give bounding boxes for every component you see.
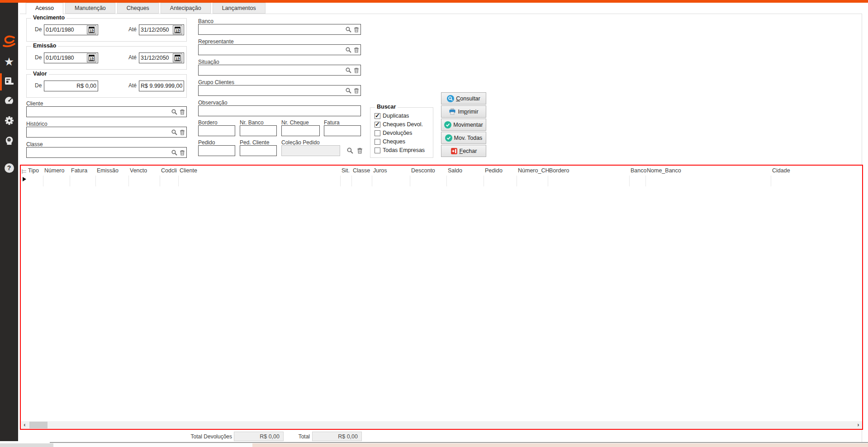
trash-icon[interactable] bbox=[180, 129, 185, 135]
imprimir-button[interactable]: Imprimir bbox=[441, 105, 486, 118]
search-icon[interactable] bbox=[171, 109, 177, 115]
emissao-de-input[interactable] bbox=[46, 53, 87, 63]
search-icon[interactable] bbox=[347, 147, 353, 154]
situacao-input[interactable] bbox=[200, 65, 343, 75]
search-icon[interactable] bbox=[346, 27, 351, 33]
checkbox-cheques-devol[interactable]: Cheques Devol. bbox=[375, 121, 423, 128]
horizontal-scrollbar[interactable]: ‹ › bbox=[21, 421, 862, 429]
checkbox-icon[interactable] bbox=[375, 113, 380, 119]
fechar-button[interactable]: Fechar bbox=[441, 145, 486, 157]
ped-cliente-label: Ped. Cliente bbox=[240, 139, 269, 146]
grupo-clientes-input-box bbox=[198, 85, 361, 96]
calendar-button[interactable]: 15 bbox=[173, 53, 182, 62]
consultar-button[interactable]: Consultar bbox=[441, 92, 486, 105]
scrollbar-thumb[interactable] bbox=[29, 422, 47, 428]
col-header[interactable]: Número_CH bbox=[518, 167, 549, 174]
col-header[interactable]: Banco bbox=[631, 167, 646, 174]
sidebar-item-dashboard[interactable] bbox=[0, 93, 18, 109]
trash-icon[interactable] bbox=[357, 147, 363, 154]
grupo-clientes-input[interactable] bbox=[200, 86, 343, 95]
sidebar-item-help[interactable]: ? bbox=[0, 160, 18, 176]
historico-input[interactable] bbox=[28, 127, 169, 137]
trash-icon[interactable] bbox=[354, 88, 359, 94]
tab-cheques[interactable]: Cheques bbox=[117, 3, 159, 14]
trash-icon[interactable] bbox=[354, 67, 359, 73]
checkbox-todas-empresas[interactable]: Todas Empresas bbox=[375, 147, 425, 154]
checkbox-icon[interactable] bbox=[375, 130, 380, 136]
tab-antecipacao[interactable]: Antecipação bbox=[161, 3, 211, 14]
col-header[interactable]: Cidade bbox=[772, 167, 790, 174]
ped-cliente-input[interactable] bbox=[242, 146, 275, 156]
observacao-input[interactable] bbox=[200, 106, 359, 116]
results-grid[interactable]: Tipo Número Fatura Emissão Vencto Codcli… bbox=[20, 165, 863, 430]
buscar-groupbox: Buscar Duplicatas Cheques Devol. Devoluç… bbox=[370, 107, 433, 158]
fatura-input[interactable] bbox=[326, 126, 359, 136]
col-header[interactable]: Tipo bbox=[28, 167, 39, 174]
valor-ate-input[interactable] bbox=[141, 81, 182, 91]
col-header[interactable]: Número bbox=[44, 167, 64, 174]
search-icon[interactable] bbox=[171, 129, 177, 135]
trash-icon[interactable] bbox=[180, 150, 185, 156]
tab-acesso[interactable]: Acesso bbox=[26, 3, 63, 14]
nr-cheque-label: Nr. Cheque bbox=[281, 119, 309, 126]
trash-icon[interactable] bbox=[354, 27, 359, 33]
search-icon[interactable] bbox=[346, 67, 351, 73]
col-header[interactable]: Codcli bbox=[161, 167, 177, 174]
situacao-input-box bbox=[198, 65, 361, 76]
column-separator bbox=[548, 176, 548, 186]
movimentar-button[interactable]: Movimentar bbox=[441, 119, 486, 131]
representante-label: Representante bbox=[198, 38, 234, 45]
checkbox-cheques[interactable]: Cheques bbox=[375, 138, 405, 145]
emissao-ate-input[interactable] bbox=[141, 53, 173, 63]
calendar-button[interactable]: 15 bbox=[87, 25, 96, 34]
col-header[interactable]: Classe bbox=[353, 167, 370, 174]
checkbox-icon[interactable] bbox=[375, 139, 380, 145]
nr-banco-input[interactable] bbox=[242, 126, 275, 136]
valor-de-label: De bbox=[35, 82, 42, 89]
bordero-input[interactable] bbox=[200, 126, 233, 136]
nr-banco-label: Nr. Banco bbox=[240, 119, 264, 126]
vencimento-ate-input-box: 15 bbox=[139, 24, 184, 35]
col-header[interactable]: Fatura bbox=[71, 167, 87, 174]
mov-todas-button[interactable]: Mov. Todas bbox=[441, 132, 486, 144]
col-header[interactable]: Desconto bbox=[411, 167, 435, 174]
trash-icon[interactable] bbox=[354, 47, 359, 53]
sidebar-item-receivables[interactable] bbox=[0, 73, 18, 90]
tab-manutencao[interactable]: Manutenção bbox=[65, 3, 115, 14]
search-icon[interactable] bbox=[171, 150, 177, 156]
col-header[interactable]: Juros bbox=[373, 167, 387, 174]
pedido-input[interactable] bbox=[200, 146, 233, 156]
col-header[interactable]: Sit. bbox=[342, 167, 350, 174]
classe-input[interactable] bbox=[28, 147, 169, 157]
tab-lancamentos[interactable]: Lançamentos bbox=[213, 3, 266, 14]
sidebar-item-settings[interactable] bbox=[0, 112, 18, 128]
checkbox-devolucoes[interactable]: Devoluções bbox=[375, 129, 412, 137]
nr-cheque-input[interactable] bbox=[283, 126, 318, 136]
sidebar-item-favorites[interactable]: ★ bbox=[0, 53, 18, 70]
checkbox-icon[interactable] bbox=[375, 122, 380, 128]
vencimento-de-input[interactable] bbox=[46, 25, 87, 35]
col-header[interactable]: Cliente bbox=[180, 167, 197, 174]
col-header[interactable]: Bordero bbox=[549, 167, 569, 174]
col-header[interactable]: Pedido bbox=[485, 167, 503, 174]
trash-icon[interactable] bbox=[180, 109, 185, 115]
representante-input[interactable] bbox=[200, 45, 343, 55]
sidebar-item-assistant[interactable] bbox=[0, 132, 18, 148]
valor-de-input[interactable] bbox=[46, 81, 96, 91]
vencimento-ate-input[interactable] bbox=[141, 25, 173, 35]
calendar-button[interactable]: 15 bbox=[87, 53, 96, 62]
calendar-button[interactable]: 15 bbox=[173, 25, 182, 34]
col-header[interactable]: Nome_Banco bbox=[647, 167, 681, 174]
col-header[interactable]: Emissão bbox=[97, 167, 119, 174]
checkbox-duplicatas[interactable]: Duplicatas bbox=[375, 112, 409, 119]
search-icon[interactable] bbox=[346, 47, 351, 53]
scroll-right-arrow-icon[interactable]: › bbox=[854, 421, 862, 429]
search-icon[interactable] bbox=[346, 88, 351, 94]
classe-input-box bbox=[26, 147, 187, 158]
checkbox-icon[interactable] bbox=[375, 147, 380, 153]
banco-input[interactable] bbox=[200, 24, 343, 34]
scroll-left-arrow-icon[interactable]: ‹ bbox=[21, 421, 28, 429]
col-header[interactable]: Vencto bbox=[130, 167, 147, 174]
cliente-input[interactable] bbox=[28, 107, 169, 117]
col-header[interactable]: Saldo bbox=[448, 167, 462, 174]
